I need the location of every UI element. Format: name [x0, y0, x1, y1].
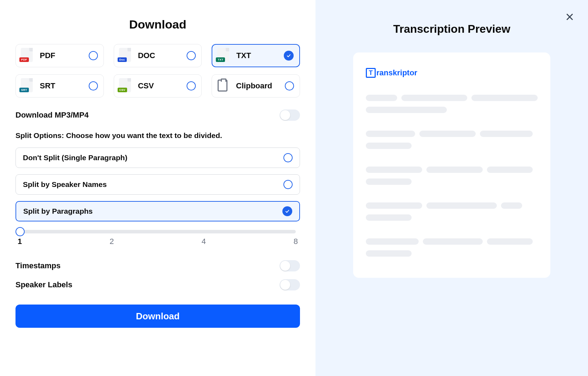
- skeleton-bar: [419, 131, 476, 137]
- format-label: CSV: [138, 81, 187, 90]
- skeleton-bar: [366, 202, 422, 209]
- brand-text: ranskriptor: [376, 68, 417, 77]
- preview-title: Transcription Preview: [393, 23, 511, 36]
- skeleton-paragraph: [366, 167, 538, 185]
- download-button[interactable]: Download: [15, 305, 300, 328]
- skeleton-bar: [366, 143, 412, 149]
- txt-icon: TXT: [216, 48, 231, 63]
- split-option-label: Split by Speaker Names: [23, 180, 107, 189]
- skeleton-bar: [426, 167, 483, 173]
- skeleton-bar: [487, 238, 533, 245]
- format-card-txt[interactable]: TXTTXT: [212, 44, 300, 67]
- split-option-0[interactable]: Don't Split (Single Paragraph): [15, 148, 300, 168]
- skeleton-bar: [480, 131, 533, 137]
- skeleton-paragraph: [366, 202, 538, 221]
- split-option-label: Split by Paragraphs: [23, 207, 93, 215]
- doc-icon: Doc: [118, 48, 133, 63]
- speakers-row: Speaker Labels: [15, 279, 300, 290]
- format-label: SRT: [40, 81, 89, 90]
- radio-ring-icon: [187, 81, 196, 90]
- skeleton-bar: [366, 238, 419, 245]
- format-grid: PDFPDFDocDOCTXTTXTSRTSRTCSVCSVClipboard: [15, 44, 300, 98]
- timestamps-toggle[interactable]: [280, 260, 300, 271]
- format-label: DOC: [138, 51, 187, 60]
- format-card-srt[interactable]: SRTSRT: [15, 74, 104, 98]
- skeleton-paragraph: [366, 238, 538, 257]
- close-icon[interactable]: [565, 12, 575, 22]
- skeleton-paragraph: [366, 95, 538, 113]
- format-card-pdf[interactable]: PDFPDF: [15, 44, 104, 67]
- skeleton-paragraph: [366, 131, 538, 149]
- skeleton-bar: [366, 107, 447, 113]
- speakers-label: Speaker Labels: [15, 280, 72, 289]
- split-heading: Split Options: Choose how you want the t…: [15, 131, 300, 140]
- paragraph-slider: 1248: [15, 230, 300, 246]
- skeleton-bar: [366, 214, 412, 221]
- skeleton-bar: [426, 202, 497, 209]
- pdf-icon: PDF: [19, 48, 35, 63]
- radio-checked-icon: [282, 206, 292, 216]
- timestamps-row: Timestamps: [15, 260, 300, 271]
- csv-icon: CSV: [118, 78, 133, 94]
- brand-logo: T ranskriptor: [366, 68, 538, 78]
- skeleton-bar: [366, 167, 422, 173]
- skeleton-bar: [366, 131, 415, 137]
- slider-ticks: 1248: [15, 233, 300, 246]
- radio-ring-icon: [285, 81, 294, 90]
- skeleton-bar: [501, 202, 522, 209]
- slider-tick: 8: [294, 237, 298, 246]
- format-label: PDF: [40, 51, 89, 60]
- radio-ring-icon: [89, 51, 98, 60]
- preview-card: T ranskriptor: [353, 52, 550, 278]
- skeleton-bar: [366, 95, 397, 101]
- slider-tick: 1: [18, 237, 22, 246]
- split-option-2[interactable]: Split by Paragraphs: [15, 201, 300, 221]
- mp3-label: Download MP3/MP4: [15, 111, 89, 120]
- mp3-toggle[interactable]: [280, 109, 300, 121]
- slider-track[interactable]: [20, 230, 296, 233]
- format-card-clipboard[interactable]: Clipboard: [212, 74, 300, 98]
- skeleton-bar: [366, 250, 412, 257]
- timestamps-label: Timestamps: [15, 261, 61, 270]
- speakers-toggle[interactable]: [280, 279, 300, 290]
- skeleton-bar: [401, 95, 468, 101]
- radio-ring-icon: [283, 153, 293, 162]
- brand-t-icon: T: [366, 68, 376, 78]
- mp3-toggle-row: Download MP3/MP4: [15, 109, 300, 121]
- format-label: TXT: [236, 51, 284, 60]
- skeleton-bar: [366, 178, 412, 185]
- preview-panel: Transcription Preview T ranskriptor: [315, 0, 588, 376]
- skeleton-bar: [487, 167, 533, 173]
- clipboard-icon: [215, 78, 231, 94]
- format-card-csv[interactable]: CSVCSV: [114, 74, 202, 98]
- srt-icon: SRT: [19, 78, 35, 94]
- split-option-1[interactable]: Split by Speaker Names: [15, 174, 300, 195]
- page-title: Download: [15, 18, 300, 31]
- skeleton-bar: [423, 238, 483, 245]
- radio-ring-icon: [187, 51, 196, 60]
- format-label: Clipboard: [236, 81, 285, 90]
- slider-tick: 2: [110, 237, 114, 246]
- radio-checked-icon: [284, 51, 294, 61]
- radio-ring-icon: [89, 81, 98, 90]
- slider-tick: 4: [202, 237, 206, 246]
- radio-ring-icon: [283, 180, 293, 189]
- split-options: Don't Split (Single Paragraph)Split by S…: [15, 148, 300, 228]
- download-panel: Download PDFPDFDocDOCTXTTXTSRTSRTCSVCSVC…: [0, 0, 315, 376]
- split-option-label: Don't Split (Single Paragraph): [23, 153, 127, 162]
- format-card-doc[interactable]: DocDOC: [114, 44, 202, 67]
- slider-thumb[interactable]: [15, 227, 25, 236]
- skeleton-bar: [471, 95, 538, 101]
